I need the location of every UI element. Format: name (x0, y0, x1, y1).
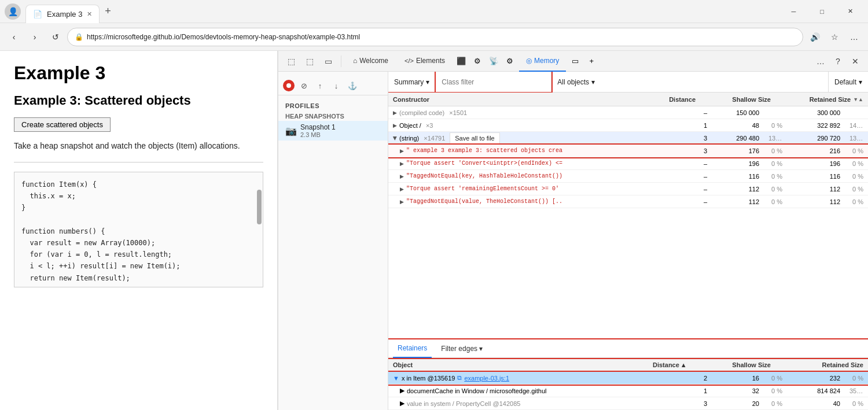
refresh-button[interactable]: ↺ (46, 28, 65, 46)
td-retained: 112 (787, 198, 845, 205)
td-distance: – (660, 198, 712, 205)
more-tools-button[interactable]: … (812, 53, 829, 69)
td-distance: – (660, 160, 712, 167)
expand-arrow[interactable]: ▶ (400, 148, 404, 154)
summary-dropdown[interactable]: Summary ▾ (388, 72, 436, 92)
toolbar-separator-1 (341, 56, 341, 67)
td-shallow: 150 000 (712, 109, 764, 116)
table-row[interactable]: ▶ "TaggedNotEqual(key, HashTableHoleCons… (388, 170, 868, 183)
expand-arrow[interactable]: ▶ (393, 110, 397, 116)
td-retained-pct: 0 % (845, 160, 868, 167)
save-all-button[interactable]: Save all to file (450, 132, 499, 144)
memory-action-toolbar: ⊘ ↑ ↓ ⚓ (278, 76, 388, 95)
upload-button[interactable]: ↑ (313, 79, 327, 93)
read-aloud-button[interactable]: 🔊 (806, 28, 824, 46)
snapshot-1-item[interactable]: 📷 Snapshot 1 2.3 MB (278, 121, 388, 141)
table-row[interactable]: ▶ "Torque assert 'Convert<uintptr>(endIn… (388, 157, 868, 170)
string-value-text: "Torque assert 'Convert<uintptr>(endInde… (406, 160, 562, 167)
expand-arrow[interactable]: ▶ (400, 400, 404, 407)
expand-arrow[interactable]: ▶ (400, 199, 404, 205)
td-retained: 300 000 (787, 109, 845, 116)
performance-icon-btn[interactable]: ⚙ (470, 54, 484, 68)
source-link[interactable]: example-03.js:1 (464, 375, 509, 382)
th-ret-retained: Retained Size (775, 361, 868, 368)
retainer-row[interactable]: ▼ x in Item @135619 ⧉ example-03.js:1 2 … (388, 372, 868, 385)
td-retained: 116 (787, 173, 845, 180)
summary-label: Summary (394, 78, 424, 86)
retainers-tab[interactable]: Retainers (393, 339, 432, 358)
table-row[interactable]: ▶ "Torque assert 'remainingElementsCount… (388, 183, 868, 195)
sidebar-toggle-button[interactable]: ▭ (320, 53, 336, 69)
tab-welcome[interactable]: ⌂ Welcome (346, 51, 395, 72)
maximize-button[interactable]: □ (809, 3, 835, 20)
minimize-button[interactable]: ─ (781, 3, 807, 20)
td-distance: – (660, 109, 712, 116)
td-ret-distance: 3 (660, 400, 712, 407)
inspect-element-button[interactable]: ⬚ (283, 53, 299, 69)
td-distance: – (660, 186, 712, 193)
help-button[interactable]: ? (830, 53, 846, 69)
summary-dropdown-arrow: ▾ (426, 78, 429, 86)
bottom-panel: Retainers Filter edges ▾ Object Dist (388, 339, 868, 410)
page-paragraph: Take a heap snapshot and watch the objec… (14, 141, 263, 150)
tab-memory-label: Memory (534, 57, 559, 65)
record-heap-button[interactable] (283, 80, 295, 91)
close-button[interactable]: ✕ (837, 3, 863, 20)
tab-close-button[interactable]: ✕ (87, 10, 92, 18)
clear-all-button[interactable]: ⊘ (297, 79, 311, 93)
avatar: 👤 (5, 3, 21, 20)
device-toolbar-button[interactable]: ⬚ (301, 53, 318, 69)
tab-elements[interactable]: </> Elements (398, 51, 452, 72)
retainer-row[interactable]: ▶ documentCache in Window / microsoftedg… (388, 385, 868, 397)
forward-button[interactable]: › (25, 28, 44, 46)
expand-arrow[interactable]: ▶ (400, 161, 404, 167)
expand-arrow[interactable]: ▶ (393, 123, 397, 128)
td-retained-pct: 0 % (845, 198, 868, 205)
string-value-text: " example 3 example 3: scattered objects… (406, 147, 562, 154)
snapshot-info: Snapshot 1 2.3 MB (300, 123, 336, 138)
devtools-sidebar: ⊘ ↑ ↓ ⚓ Profiles HEAP SNAPSHOTS 📷 Snapsh… (278, 72, 388, 410)
download-button[interactable]: ↓ (329, 79, 343, 93)
objects-dropdown[interactable]: All objects ▾ (551, 72, 828, 92)
collect-garbage-button[interactable]: ⚓ (345, 79, 359, 93)
table-row[interactable]: ▶ " example 3 example 3: scattered objec… (388, 145, 868, 157)
td-distance: 1 (660, 122, 712, 129)
close-devtools-button[interactable]: ✕ (847, 53, 863, 69)
network-icon-btn[interactable]: ⬛ (454, 54, 468, 68)
retainer-row[interactable]: ▶ value in system / PropertyCell @142085… (388, 397, 868, 410)
copy-icon[interactable]: ⧉ (457, 374, 462, 382)
expand-arrow[interactable]: ▶ (400, 173, 404, 179)
default-dropdown[interactable]: Default ▾ (828, 72, 868, 92)
address-bar[interactable]: 🔒 https://microsoftedge.github.io/Demos/… (67, 28, 803, 46)
td-retained-pct: 0 % (845, 186, 868, 193)
td-ret-retained: 814 824 (787, 387, 845, 394)
collapse-arrow[interactable]: ▼ (393, 375, 399, 382)
table-row[interactable]: ▶ "TaggedNotEqual(value, TheHoleConstant… (388, 195, 868, 208)
expand-arrow[interactable]: ▶ (400, 387, 404, 394)
table-row[interactable]: ▶ (string) ×14791 Save all to file 3 290… (388, 132, 868, 145)
panels-icon-btn[interactable]: ▭ (568, 54, 582, 68)
window-controls: ─ □ ✕ (781, 3, 863, 20)
code-scrollbar[interactable] (257, 190, 262, 224)
sources-icon-btn[interactable]: ⚙ (503, 54, 517, 68)
devtools-toolbar: ⬚ ⬚ ▭ ⌂ Welcome </> Elements ⬛ ⚙ 📡 ⚙ ◎ (278, 51, 868, 72)
active-tab[interactable]: 📄 Example 3 ✕ (25, 5, 100, 23)
td-shallow-pct: 0 % (764, 160, 787, 167)
memory-tab-icon: ◎ (526, 57, 532, 65)
expand-arrow[interactable]: ▶ (400, 186, 404, 192)
tab-memory[interactable]: ◎ Memory (519, 51, 566, 72)
expand-arrow[interactable]: ▶ (392, 136, 398, 140)
create-scattered-objects-button[interactable]: Create scattered objects (14, 117, 111, 132)
filter-edges-button[interactable]: Filter edges ▾ (436, 345, 487, 353)
favorites-button[interactable]: ☆ (825, 28, 844, 46)
new-tab-button[interactable]: + (100, 3, 116, 20)
constructor-text: (string) (399, 135, 419, 142)
memory-main-panel: Summary ▾ All objects ▾ Default ▾ (388, 72, 868, 410)
add-panel-btn[interactable]: + (584, 54, 598, 68)
class-filter-input[interactable] (436, 72, 551, 92)
table-row[interactable]: ▶ (compiled code) ×1501 – 150 000 300 00… (388, 106, 868, 119)
table-row[interactable]: ▶ Object / ×3 1 48 0 % 322 892 14 % (388, 119, 868, 132)
more-button[interactable]: … (845, 28, 863, 46)
memory-icon-btn[interactable]: 📡 (487, 54, 501, 68)
back-button[interactable]: ‹ (5, 28, 23, 46)
